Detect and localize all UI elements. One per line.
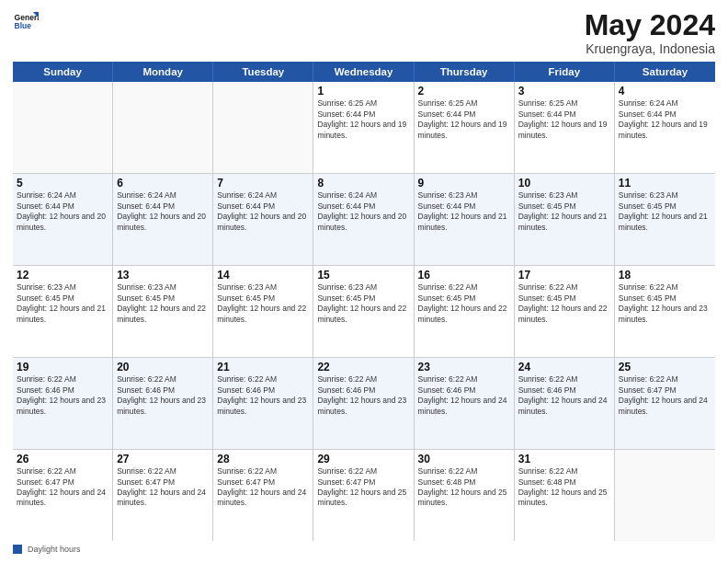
- cell-text-line: Sunrise: 6:22 AM: [317, 374, 409, 385]
- week-row-4: 19Sunrise: 6:22 AMSunset: 6:46 PMDayligh…: [13, 358, 715, 450]
- day-number: 23: [418, 361, 510, 373]
- cell-text-line: Sunset: 6:44 PM: [217, 201, 309, 212]
- footer-dot: [13, 545, 22, 554]
- day-number: 10: [518, 177, 610, 190]
- cell-text-line: Sunset: 6:47 PM: [17, 477, 108, 488]
- cell-text-line: Daylight: 12 hours and 23 minutes.: [17, 396, 108, 417]
- cal-cell-4: 4Sunrise: 6:24 AMSunset: 6:44 PMDaylight…: [615, 82, 715, 173]
- cell-text-line: Sunset: 6:46 PM: [418, 385, 510, 396]
- cal-cell-27: 27Sunrise: 6:22 AMSunset: 6:47 PMDayligh…: [113, 450, 213, 541]
- cell-text-line: Daylight: 12 hours and 23 minutes.: [117, 396, 209, 417]
- cell-text-line: Sunrise: 6:22 AM: [418, 374, 510, 385]
- day-number: 12: [17, 269, 108, 282]
- cell-text-line: Sunset: 6:45 PM: [17, 293, 108, 304]
- cell-text-line: Sunset: 6:44 PM: [317, 201, 409, 212]
- cell-text-line: Daylight: 12 hours and 21 minutes.: [518, 212, 610, 233]
- cal-cell-11: 11Sunrise: 6:23 AMSunset: 6:45 PMDayligh…: [615, 174, 715, 265]
- day-number: 4: [619, 85, 711, 98]
- cal-cell-empty-0: [13, 82, 113, 173]
- cell-text-line: Daylight: 12 hours and 19 minutes.: [619, 120, 711, 141]
- day-number: 27: [117, 453, 209, 465]
- cell-text-line: Sunrise: 6:24 AM: [217, 190, 309, 201]
- cell-text-line: Sunrise: 6:23 AM: [317, 282, 409, 293]
- cal-cell-26: 26Sunrise: 6:22 AMSunset: 6:47 PMDayligh…: [13, 450, 113, 541]
- subtitle: Kruengraya, Indonesia: [585, 41, 715, 56]
- cell-text-line: Sunset: 6:48 PM: [418, 477, 510, 488]
- cell-text-line: Sunrise: 6:22 AM: [518, 374, 610, 385]
- cell-text-line: Daylight: 12 hours and 24 minutes.: [117, 488, 209, 509]
- cell-text-line: Sunrise: 6:23 AM: [217, 282, 309, 293]
- cell-text-line: Daylight: 12 hours and 19 minutes.: [317, 120, 409, 141]
- cell-text-line: Sunrise: 6:23 AM: [17, 282, 108, 293]
- cell-text-line: Daylight: 12 hours and 19 minutes.: [418, 120, 510, 141]
- main-title: May 2024: [585, 9, 715, 41]
- cell-text-line: Sunrise: 6:22 AM: [17, 466, 108, 477]
- cell-text-line: Sunrise: 6:23 AM: [418, 190, 510, 201]
- cal-cell-empty-2: [213, 82, 313, 173]
- day-number: 5: [17, 177, 108, 190]
- cell-text-line: Sunset: 6:44 PM: [117, 201, 209, 212]
- cal-cell-28: 28Sunrise: 6:22 AMSunset: 6:47 PMDayligh…: [213, 450, 313, 541]
- cell-text-line: Sunrise: 6:22 AM: [217, 466, 309, 477]
- cal-cell-empty-1: [113, 82, 213, 173]
- cell-text-line: Sunset: 6:44 PM: [619, 109, 711, 120]
- day-number: 20: [117, 361, 209, 373]
- cell-text-line: Sunrise: 6:24 AM: [619, 98, 711, 109]
- cal-cell-12: 12Sunrise: 6:23 AMSunset: 6:45 PMDayligh…: [13, 266, 113, 357]
- day-number: 17: [518, 269, 610, 282]
- week-row-5: 26Sunrise: 6:22 AMSunset: 6:47 PMDayligh…: [13, 450, 715, 541]
- cell-text-line: Sunset: 6:45 PM: [317, 293, 409, 304]
- cell-text-line: Daylight: 12 hours and 24 minutes.: [418, 396, 510, 417]
- cal-cell-10: 10Sunrise: 6:23 AMSunset: 6:45 PMDayligh…: [515, 174, 615, 265]
- cell-text-line: Sunrise: 6:22 AM: [619, 282, 711, 293]
- cell-text-line: Sunset: 6:47 PM: [217, 477, 309, 488]
- cell-text-line: Daylight: 12 hours and 21 minutes.: [418, 212, 510, 233]
- cell-text-line: Sunrise: 6:22 AM: [418, 466, 510, 477]
- cell-text-line: Sunrise: 6:24 AM: [317, 190, 409, 201]
- week-row-3: 12Sunrise: 6:23 AMSunset: 6:45 PMDayligh…: [13, 266, 715, 358]
- cell-text-line: Daylight: 12 hours and 23 minutes.: [317, 396, 409, 417]
- cell-text-line: Sunset: 6:45 PM: [619, 293, 711, 304]
- cell-text-line: Sunset: 6:46 PM: [317, 385, 409, 396]
- header: General Blue May 2024 Kruengraya, Indone…: [13, 9, 715, 56]
- cell-text-line: Sunset: 6:45 PM: [619, 201, 711, 212]
- day-header-tuesday: Tuesday: [213, 62, 313, 82]
- week-row-1: 1Sunrise: 6:25 AMSunset: 6:44 PMDaylight…: [13, 82, 715, 174]
- day-number: 6: [117, 177, 209, 190]
- day-number: 9: [418, 177, 510, 190]
- calendar-header: SundayMondayTuesdayWednesdayThursdayFrid…: [13, 62, 715, 82]
- cell-text-line: Sunrise: 6:22 AM: [217, 374, 309, 385]
- cell-text-line: Daylight: 12 hours and 22 minutes.: [418, 304, 510, 325]
- cell-text-line: Sunrise: 6:25 AM: [418, 98, 510, 109]
- calendar-body: 1Sunrise: 6:25 AMSunset: 6:44 PMDaylight…: [13, 82, 715, 541]
- svg-text:Blue: Blue: [15, 21, 32, 30]
- page: General Blue May 2024 Kruengraya, Indone…: [0, 0, 728, 563]
- cell-text-line: Daylight: 12 hours and 24 minutes.: [619, 396, 711, 417]
- cell-text-line: Daylight: 12 hours and 21 minutes.: [619, 212, 711, 233]
- day-number: 11: [619, 177, 711, 190]
- cell-text-line: Daylight: 12 hours and 24 minutes.: [518, 396, 610, 417]
- cal-cell-22: 22Sunrise: 6:22 AMSunset: 6:46 PMDayligh…: [313, 358, 414, 449]
- footer-label: Daylight hours: [28, 545, 81, 554]
- cell-text-line: Sunset: 6:46 PM: [217, 385, 309, 396]
- cell-text-line: Sunset: 6:45 PM: [117, 293, 209, 304]
- cell-text-line: Sunset: 6:47 PM: [619, 385, 711, 396]
- cal-cell-6: 6Sunrise: 6:24 AMSunset: 6:44 PMDaylight…: [113, 174, 213, 265]
- cell-text-line: Sunrise: 6:22 AM: [518, 282, 610, 293]
- cal-cell-24: 24Sunrise: 6:22 AMSunset: 6:46 PMDayligh…: [515, 358, 615, 449]
- cal-cell-18: 18Sunrise: 6:22 AMSunset: 6:45 PMDayligh…: [615, 266, 715, 357]
- day-number: 7: [217, 177, 309, 190]
- cal-cell-7: 7Sunrise: 6:24 AMSunset: 6:44 PMDaylight…: [213, 174, 313, 265]
- cell-text-line: Sunrise: 6:24 AM: [17, 190, 108, 201]
- cal-cell-8: 8Sunrise: 6:24 AMSunset: 6:44 PMDaylight…: [313, 174, 414, 265]
- cal-cell-30: 30Sunrise: 6:22 AMSunset: 6:48 PMDayligh…: [415, 450, 515, 541]
- cell-text-line: Daylight: 12 hours and 22 minutes.: [317, 304, 409, 325]
- day-number: 21: [217, 361, 309, 373]
- logo: General Blue: [13, 9, 39, 35]
- cell-text-line: Sunset: 6:47 PM: [117, 477, 209, 488]
- cell-text-line: Sunrise: 6:25 AM: [518, 98, 610, 109]
- cal-cell-14: 14Sunrise: 6:23 AMSunset: 6:45 PMDayligh…: [213, 266, 313, 357]
- cal-cell-2: 2Sunrise: 6:25 AMSunset: 6:44 PMDaylight…: [415, 82, 515, 173]
- day-number: 8: [317, 177, 409, 190]
- cell-text-line: Daylight: 12 hours and 22 minutes.: [518, 304, 610, 325]
